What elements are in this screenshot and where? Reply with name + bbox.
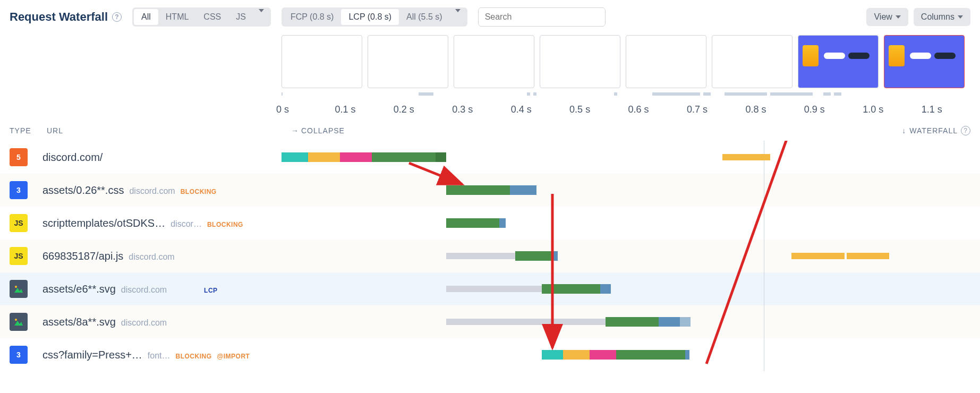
blocking-badge: BLOCKING <box>207 221 243 228</box>
js-icon: JS <box>10 214 28 232</box>
request-url: assets/e6**.svg <box>42 283 116 295</box>
request-domain: discor… <box>171 219 202 229</box>
filmstrip-frame[interactable] <box>712 35 792 88</box>
filmstrip-frame[interactable] <box>454 35 534 88</box>
timeline-bar <box>282 350 970 360</box>
request-url: 669835187/api.js <box>42 250 123 262</box>
axis-tick: 0.7 s <box>687 104 745 115</box>
html-icon: 5 <box>10 148 28 166</box>
axis-tick: 1.1 s <box>922 104 980 115</box>
columns-button[interactable]: Columns <box>914 8 970 26</box>
col-waterfall[interactable]: ↓ WATERFALL ? <box>902 126 970 135</box>
title-text: Request Waterfall <box>10 10 108 24</box>
axis-tick: 0.1 s <box>335 104 393 115</box>
filmstrip-frame[interactable] <box>282 35 362 88</box>
timeline-bar <box>282 284 970 294</box>
metric-lcp[interactable]: LCP (0.8 s) <box>341 9 399 25</box>
col-url[interactable]: URL <box>47 126 291 135</box>
request-domain: discord.com <box>129 186 175 196</box>
blocking-badge: BLOCKING <box>181 188 217 195</box>
timeline-bar <box>282 251 970 261</box>
timeline-bar <box>282 185 970 195</box>
cpu-flame-bar <box>282 92 980 98</box>
request-url: css?family=Press+… <box>42 349 142 361</box>
axis-tick: 0.2 s <box>394 104 452 115</box>
time-axis: 0 s 0.1 s 0.2 s 0.3 s 0.4 s 0.5 s 0.6 s … <box>276 99 980 123</box>
type-filter-group: All HTML CSS JS <box>132 7 271 27</box>
metric-fcp[interactable]: FCP (0.8 s) <box>283 9 342 25</box>
filter-js[interactable]: JS <box>228 9 253 25</box>
timeline-bar <box>282 152 970 162</box>
filter-all[interactable]: All <box>134 9 158 25</box>
request-domain: discord.com <box>121 285 167 295</box>
chevron-down-icon <box>259 9 264 21</box>
filmstrip-frame[interactable] <box>368 35 448 88</box>
css-icon: 3 <box>10 181 28 199</box>
request-url: assets/8a**.svg <box>42 316 116 328</box>
image-icon <box>10 280 28 298</box>
timeline-bar <box>282 218 970 228</box>
metric-all[interactable]: All (5.5 s) <box>399 9 450 25</box>
axis-tick: 0.8 s <box>745 104 804 115</box>
blocking-badge: BLOCKING <box>176 353 212 360</box>
request-url: discord.com/ <box>42 151 103 164</box>
svg-point-2 <box>15 286 17 288</box>
filmstrip-frame[interactable] <box>798 35 879 88</box>
table-row[interactable]: 3 assets/0.26**.css discord.com BLOCKING <box>0 174 980 207</box>
filter-css[interactable]: CSS <box>196 9 228 25</box>
import-badge: @IMPORT <box>217 353 250 360</box>
table-row[interactable]: 3 css?family=Press+… font… BLOCKING @IMP… <box>0 338 980 371</box>
filmstrip-frame[interactable] <box>884 35 965 88</box>
filter-html[interactable]: HTML <box>158 9 197 25</box>
table-row[interactable]: JS 669835187/api.js discord.com <box>0 240 980 272</box>
request-domain: discord.com <box>129 252 174 262</box>
axis-tick: 0.5 s <box>569 104 628 115</box>
axis-tick: 0.4 s <box>511 104 569 115</box>
filter-more[interactable] <box>253 9 269 25</box>
request-url: scripttemplates/otSDKS… <box>42 217 165 229</box>
view-button[interactable]: View <box>866 8 908 26</box>
axis-tick: 0.3 s <box>452 104 510 115</box>
timeline-bar <box>282 317 970 327</box>
axis-tick: 0.6 s <box>628 104 687 115</box>
request-rows: 5 discord.com/ 3 assets/0.26**.css disco… <box>0 141 980 371</box>
metric-more[interactable] <box>450 9 466 25</box>
table-row[interactable]: JS scripttemplates/otSDKS… discor… BLOCK… <box>0 207 980 240</box>
help-icon[interactable]: ? <box>961 126 970 135</box>
chevron-down-icon <box>896 15 901 19</box>
search-input[interactable] <box>478 7 606 27</box>
request-domain: font… <box>148 351 171 361</box>
help-icon[interactable]: ? <box>112 12 122 22</box>
table-row[interactable]: 5 discord.com/ <box>0 141 980 174</box>
request-domain: discord.com <box>121 318 167 328</box>
axis-tick: 1.0 s <box>863 104 921 115</box>
js-icon: JS <box>10 247 28 265</box>
image-icon <box>10 313 28 331</box>
chevron-down-icon <box>455 9 461 21</box>
axis-tick: 0 s <box>276 104 335 115</box>
chevron-down-icon <box>958 15 963 19</box>
column-headers: TYPE URL → COLLAPSE ↓ WATERFALL ? <box>0 123 980 141</box>
lcp-badge: LCP <box>204 287 218 294</box>
svg-point-5 <box>15 319 17 321</box>
table-row[interactable]: assets/e6**.svg discord.com LCP <box>0 272 980 305</box>
request-url: assets/0.26**.css <box>42 184 124 196</box>
filmstrip-frame[interactable] <box>626 35 706 88</box>
table-row[interactable]: assets/8a**.svg discord.com <box>0 305 980 338</box>
filmstrip <box>282 35 980 88</box>
collapse-button[interactable]: → COLLAPSE <box>291 126 345 135</box>
filmstrip-frame[interactable] <box>540 35 620 88</box>
metric-filter-group: FCP (0.8 s) LCP (0.8 s) All (5.5 s) <box>282 7 467 27</box>
col-type[interactable]: TYPE <box>10 126 47 135</box>
css-icon: 3 <box>10 346 28 364</box>
axis-tick: 0.9 s <box>804 104 863 115</box>
page-title: Request Waterfall ? <box>10 10 122 24</box>
